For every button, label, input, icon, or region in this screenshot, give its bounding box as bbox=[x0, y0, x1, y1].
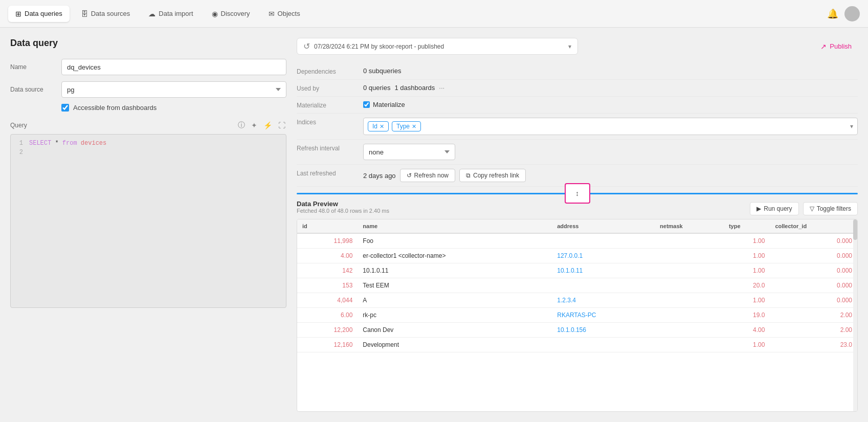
table-cell bbox=[655, 263, 724, 278]
accessible-checkbox[interactable] bbox=[61, 104, 69, 112]
col-address[interactable]: address bbox=[552, 219, 655, 233]
user-avatar[interactable] bbox=[844, 6, 860, 21]
table-cell: 4,044 bbox=[297, 293, 358, 308]
refresh-interval-key: Refresh interval bbox=[297, 144, 363, 152]
code-editor[interactable]: 1 SELECT * from devices 2 bbox=[10, 134, 286, 308]
history-text: 07/28/2024 6:21 PM by skoor-report - pub… bbox=[314, 43, 564, 50]
table-cell bbox=[552, 338, 655, 352]
table-cell bbox=[655, 249, 724, 263]
accessible-label: Accessible from dashboards bbox=[73, 104, 157, 112]
refresh-actions: 2 days ago ↺ Refresh now ⧉ Copy refresh … bbox=[363, 169, 526, 182]
col-netmask[interactable]: netmask bbox=[655, 219, 724, 233]
table-cell: 1.2.3.4 bbox=[552, 293, 655, 308]
source-select[interactable]: pg bbox=[61, 81, 286, 98]
right-header: ↺ 07/28/2024 6:21 PM by skoor-report - p… bbox=[297, 38, 858, 55]
refresh-now-label: Refresh now bbox=[414, 172, 449, 179]
used-by-queries: 0 queries bbox=[363, 84, 390, 92]
table-cell: 2.00 bbox=[770, 308, 857, 323]
table-cell: 20.0 bbox=[724, 278, 770, 293]
run-query-button[interactable]: ▶ Run query bbox=[750, 202, 798, 215]
nav-label-data-sources: Data sources bbox=[91, 10, 130, 17]
table-cell: er-collector1 <collector-name> bbox=[358, 249, 552, 263]
history-icon: ↺ bbox=[303, 41, 310, 51]
materialize-value: Materialize bbox=[363, 101, 405, 108]
accessible-row: Accessible from dashboards bbox=[61, 104, 286, 112]
preview-title-group: Data Preview Fetched 48.0 of 48.0 rows i… bbox=[297, 200, 389, 217]
col-id[interactable]: id bbox=[297, 219, 358, 233]
history-bar[interactable]: ↺ 07/28/2024 6:21 PM by skoor-report - p… bbox=[297, 38, 578, 55]
table-row: 4,044A1.2.3.41.000.000 bbox=[297, 293, 857, 308]
last-refreshed-value: 2 days ago bbox=[363, 172, 396, 180]
index-tag-id[interactable]: Id ✕ bbox=[368, 121, 389, 131]
refresh-now-button[interactable]: ↺ Refresh now bbox=[400, 169, 455, 182]
data-table-wrapper[interactable]: id name address netmask type collector_i… bbox=[297, 219, 858, 412]
drag-handle[interactable]: ↕ bbox=[565, 183, 590, 204]
dependencies-row: Dependencies 0 subqueries bbox=[297, 63, 858, 80]
name-input[interactable] bbox=[61, 59, 286, 75]
meta-section: Dependencies 0 subqueries Used by 0 quer… bbox=[297, 63, 858, 187]
col-collector-id[interactable]: collector_id bbox=[770, 219, 857, 233]
dependencies-key: Dependencies bbox=[297, 67, 363, 75]
preview-title: Data Preview bbox=[297, 200, 389, 208]
nav-label-discovery: Discovery bbox=[221, 10, 250, 17]
col-type[interactable]: type bbox=[724, 219, 770, 233]
grid-icon: ⊞ bbox=[15, 10, 21, 18]
preview-subtitle: Fetched 48.0 of 48.0 rows in 2.40 ms bbox=[297, 208, 389, 214]
table-cell: 1.00 bbox=[724, 263, 770, 278]
lightning-button[interactable]: ⚡ bbox=[262, 120, 273, 130]
notifications-icon[interactable]: 🔔 bbox=[827, 8, 838, 19]
used-by-dots: ··· bbox=[439, 84, 444, 92]
index-tag-type[interactable]: Type ✕ bbox=[392, 121, 421, 131]
table-cell: 6.00 bbox=[297, 308, 358, 323]
indices-chevron-icon[interactable]: ▾ bbox=[850, 123, 853, 130]
scrollbar-thumb[interactable] bbox=[853, 219, 857, 240]
table-cell: 0.000 bbox=[770, 263, 857, 278]
index-type-remove[interactable]: ✕ bbox=[412, 123, 416, 130]
publish-button[interactable]: ↗ Publish bbox=[814, 39, 858, 54]
history-chevron-icon[interactable]: ▾ bbox=[568, 43, 571, 50]
col-name[interactable]: name bbox=[358, 219, 552, 233]
table-cell: 0.000 bbox=[770, 233, 857, 249]
nav-item-data-import[interactable]: ☁ Data import bbox=[141, 6, 200, 22]
top-navigation: ⊞ Data queries 🗄 Data sources ☁ Data imp… bbox=[0, 0, 868, 28]
table-cell: 142 bbox=[297, 263, 358, 278]
nav-item-data-sources[interactable]: 🗄 Data sources bbox=[74, 6, 138, 22]
table-cell: 127.0.0.1 bbox=[552, 249, 655, 263]
dependencies-value: 0 subqueries bbox=[363, 67, 401, 75]
table-cell: rk-pc bbox=[358, 308, 552, 323]
toggle-filters-button[interactable]: ▽ Toggle filters bbox=[803, 202, 858, 215]
resize-divider[interactable]: ↕ bbox=[297, 192, 858, 195]
table-cell: A bbox=[358, 293, 552, 308]
copy-refresh-link-button[interactable]: ⧉ Copy refresh link bbox=[459, 169, 526, 182]
data-table: id name address netmask type collector_i… bbox=[297, 219, 857, 352]
page-title: Data query bbox=[10, 38, 286, 49]
line-num-2: 2 bbox=[16, 149, 23, 156]
magic-button[interactable]: ✦ bbox=[250, 120, 258, 130]
info-button[interactable]: ⓘ bbox=[237, 120, 246, 131]
nav-label-data-import: Data import bbox=[159, 10, 193, 17]
materialize-text: Materialize bbox=[373, 101, 405, 108]
nav-item-objects[interactable]: ✉ Objects bbox=[261, 6, 307, 22]
nav-item-data-queries[interactable]: ⊞ Data queries bbox=[8, 6, 70, 22]
main-content: Data query Name Data source pg Accessibl… bbox=[0, 28, 868, 422]
expand-button[interactable]: ⛶ bbox=[277, 120, 286, 130]
scrollbar-track[interactable] bbox=[853, 219, 857, 411]
table-cell: 0.000 bbox=[770, 293, 857, 308]
table-cell: RKARTAS-PC bbox=[552, 308, 655, 323]
index-id-label: Id bbox=[372, 123, 377, 130]
indices-key: Indices bbox=[297, 118, 363, 126]
index-id-remove[interactable]: ✕ bbox=[380, 123, 384, 130]
indices-container[interactable]: Id ✕ Type ✕ ▾ bbox=[363, 118, 858, 135]
indices-row: Indices Id ✕ Type ✕ ▾ bbox=[297, 114, 858, 140]
materialize-checkbox[interactable] bbox=[363, 101, 370, 108]
table-cell: 10.1.0.156 bbox=[552, 323, 655, 338]
code-line-1: SELECT * from devices bbox=[29, 140, 106, 147]
table-cell: Canon Dev bbox=[358, 323, 552, 338]
nav-item-discovery[interactable]: ◉ Discovery bbox=[205, 6, 257, 22]
table-cell: 153 bbox=[297, 278, 358, 293]
table-row: 14210.1.0.1110.1.0.111.000.000 bbox=[297, 263, 857, 278]
refresh-interval-select[interactable]: none bbox=[363, 144, 455, 160]
table-cell bbox=[552, 278, 655, 293]
refresh-interval-row: Refresh interval none bbox=[297, 140, 858, 165]
right-panel: ↺ 07/28/2024 6:21 PM by skoor-report - p… bbox=[297, 38, 858, 412]
